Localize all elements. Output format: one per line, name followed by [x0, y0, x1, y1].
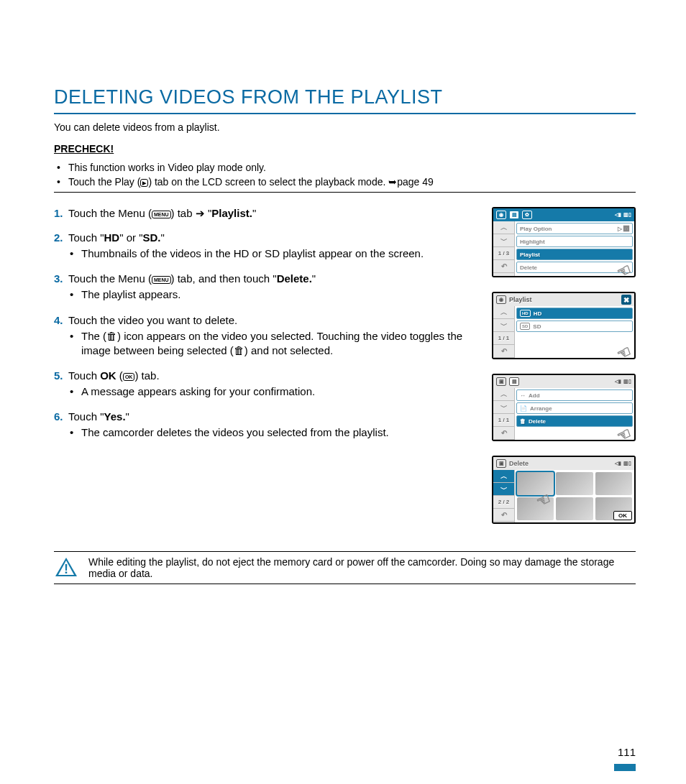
menu-row[interactable]: Playlist	[516, 249, 633, 260]
step-bullet: Thumbnails of the videos in the HD or SD…	[68, 246, 470, 261]
thumbnail[interactable]	[517, 497, 554, 520]
row-label: Play Option	[520, 226, 552, 232]
row-label: HD	[534, 310, 542, 317]
step-number: 5.	[54, 369, 63, 382]
pager: 1 / 1	[493, 414, 514, 427]
up-button[interactable]: ︿	[493, 388, 514, 401]
hand-pointer-icon: ☜	[613, 341, 634, 359]
camera-icon: ◉	[496, 211, 506, 219]
screen-add-arrange-delete: ▣ ▤ ◁▮▥▯ ︿ ﹀ 1 / 1 ↶ ↔Add📄Arrange🗑Delete…	[492, 374, 636, 441]
down-button[interactable]: ﹀	[493, 319, 514, 332]
thumbnail[interactable]	[556, 472, 593, 495]
precheck-item: This function works in Video play mode o…	[54, 160, 636, 175]
menu-row[interactable]: ↔Add	[516, 389, 633, 401]
down-button[interactable]: ﹀	[493, 401, 514, 414]
step-item: 4.Touch the video you want to delete.The…	[54, 314, 470, 359]
screen-menu-playlist: ◉ ▤ ✿ ◁▮▥▯ ︿ ﹀ 1 / 3 ↶ Play Option▷ 🅰Hig…	[492, 207, 636, 277]
step-bullet: The (🗑) icon appears on the video you se…	[68, 329, 470, 359]
card-icon: ◁▮	[615, 379, 621, 384]
close-button[interactable]: ✖	[621, 295, 631, 305]
row-icon: 📄	[520, 405, 527, 412]
back-button[interactable]: ↶	[493, 509, 514, 522]
step-item: 2.Touch "HD" or "SD."Thumbnails of the v…	[54, 231, 470, 261]
menu-icon: MENU	[152, 211, 171, 218]
step-bullet: A message appears asking for your confir…	[68, 384, 470, 399]
battery-icon: ▥▯	[623, 461, 631, 466]
page-number: 111	[618, 746, 636, 758]
back-button[interactable]: ↶	[493, 260, 514, 273]
screen-title: Delete	[509, 460, 529, 467]
back-button[interactable]: ↶	[493, 427, 514, 440]
step-item: 1.Touch the Menu (MENU) tab ➔ "Playlist.…	[54, 207, 470, 220]
screen-delete-thumbs: ▣ Delete ◁▮▥▯ ︿ ﹀ 2 / 2 ↶	[492, 456, 636, 524]
page-title: DELETING VIDEOS FROM THE PLAYLIST	[54, 86, 636, 114]
accent-bar	[614, 764, 636, 771]
up-button[interactable]: ︿	[493, 221, 514, 234]
steps-list: 1.Touch the Menu (MENU) tab ➔ "Playlist.…	[54, 207, 470, 441]
warning-note: ! While editing the playlist, do not eje…	[54, 551, 636, 584]
row-label: Highlight	[520, 239, 545, 245]
row-label: Playlist	[520, 252, 540, 258]
step-bullet: The playlist appears.	[68, 287, 470, 302]
menu-row[interactable]: 📄Arrange	[516, 402, 633, 414]
subtitle: You can delete videos from a playlist.	[54, 121, 636, 133]
step-number: 3.	[54, 272, 63, 285]
down-button[interactable]: ﹀	[493, 234, 514, 247]
play-icon: ▣	[496, 377, 506, 386]
menu-row[interactable]: Play Option▷ 🅰	[516, 223, 633, 234]
screen-title: Playlist	[509, 296, 532, 303]
card-icon: ◁▮	[615, 212, 621, 218]
screen-playlist-hdsd: ◉ Playlist ✖ ︿ ﹀ 1 / 1 ↶ HDHDSDSD☜	[492, 292, 636, 359]
gear-icon: ✿	[522, 211, 532, 219]
down-button[interactable]: ﹀	[493, 483, 514, 496]
warning-icon: !	[54, 556, 78, 578]
back-button[interactable]: ↶	[493, 345, 514, 358]
menu-row[interactable]: Highlight	[516, 236, 633, 247]
thumbnail[interactable]	[556, 497, 593, 520]
precheck-item: Touch the Play () tab on the LCD screen …	[54, 175, 636, 189]
step-number: 6.	[54, 410, 63, 423]
precheck-list: This function works in Video play mode o…	[54, 160, 636, 193]
precheck-heading: PRECHECK!	[54, 143, 636, 155]
menu-row[interactable]: Delete	[516, 262, 633, 273]
menu-row[interactable]: HDHD	[516, 308, 633, 319]
ok-icon: OK	[123, 373, 135, 381]
screenshots-column: ◉ ▤ ✿ ◁▮▥▯ ︿ ﹀ 1 / 3 ↶ Play Option▷ 🅰Hig…	[492, 207, 636, 538]
row-icon: ↔	[520, 392, 526, 399]
menu-row[interactable]: SDSD	[516, 320, 633, 332]
badge-icon: HD	[520, 310, 531, 317]
step-bullet: The camcorder deletes the videos you sel…	[68, 425, 470, 440]
badge-icon: SD	[520, 323, 530, 330]
up-button[interactable]: ︿	[493, 306, 514, 319]
menu-row[interactable]: 🗑Delete	[516, 415, 633, 427]
list-icon: ▤	[509, 377, 519, 386]
ok-button[interactable]: OK	[613, 511, 632, 520]
step-item: 3.Touch the Menu (MENU) tab, and then to…	[54, 272, 470, 302]
up-button[interactable]: ︿	[493, 470, 514, 483]
step-number: 2.	[54, 231, 63, 244]
thumbnail[interactable]	[595, 472, 632, 495]
row-label: Delete	[520, 264, 537, 271]
warning-text: While editing the playlist, do not eject…	[88, 556, 636, 579]
pager: 1 / 1	[493, 332, 514, 345]
play-icon	[140, 179, 148, 187]
pager: 1 / 3	[493, 247, 514, 260]
list-icon: ▤	[509, 211, 519, 219]
menu-icon: MENU	[152, 276, 171, 284]
battery-icon: ▥▯	[623, 212, 631, 218]
step-item: 6.Touch "Yes."The camcorder deletes the …	[54, 410, 470, 440]
battery-icon: ▥▯	[623, 379, 631, 384]
card-icon: ◁▮	[615, 461, 621, 466]
row-right-icon: ▷ 🅰	[618, 226, 629, 232]
row-label: Delete	[529, 418, 546, 425]
camera-icon: ◉	[496, 295, 506, 304]
step-number: 4.	[54, 314, 63, 326]
step-number: 1.	[54, 207, 63, 219]
thumbnail[interactable]	[517, 472, 554, 495]
row-label: Add	[529, 392, 540, 399]
svg-text:!: !	[64, 562, 68, 576]
row-label: SD	[533, 323, 541, 330]
pager: 2 / 2	[493, 496, 514, 509]
step-item: 5.Touch OK (OK) tab.A message appears as…	[54, 369, 470, 399]
play-icon: ▣	[496, 459, 506, 468]
